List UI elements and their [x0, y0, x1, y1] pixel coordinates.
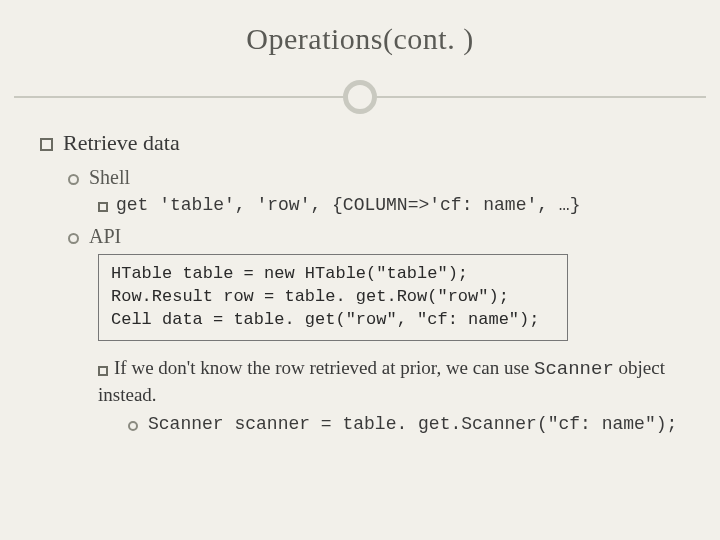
slide: Operations(cont. ) Retrieve data Shell g…: [0, 0, 720, 540]
circle-bullet-icon: [68, 174, 79, 185]
scanner-prefix: Scanner: [148, 414, 224, 434]
small-square-bullet-icon: [98, 202, 108, 212]
shell-label: Shell: [89, 166, 130, 189]
ring-icon: [343, 80, 377, 114]
scanner-note: If we don't know the row retrieved at pr…: [98, 355, 680, 408]
section-heading-text: Retrieve data: [63, 130, 180, 156]
slide-title: Operations(cont. ): [0, 22, 720, 56]
content-area: Retrieve data Shell get 'table', 'row', …: [0, 118, 720, 434]
small-circle-bullet-icon: [128, 421, 138, 431]
scanner-line: Scanner scanner = table. get.Scanner("cf…: [128, 414, 680, 434]
shell-cmd-prefix: get: [116, 195, 148, 215]
scanner-rest: scanner = table. get.Scanner("cf: name")…: [224, 414, 678, 434]
shell-cmd-rest: 'table', 'row', {COLUMN=>'cf: name', …}: [148, 195, 580, 215]
circle-bullet-icon: [68, 233, 79, 244]
title-area: Operations(cont. ): [0, 0, 720, 118]
section-heading: Retrieve data: [40, 130, 680, 156]
note-code: Scanner: [534, 358, 614, 380]
api-label: API: [89, 225, 121, 248]
shell-command-text: get 'table', 'row', {COLUMN=>'cf: name',…: [116, 195, 580, 215]
small-square-bullet-icon: [98, 366, 108, 376]
shell-item: Shell: [68, 166, 680, 189]
shell-command: get 'table', 'row', {COLUMN=>'cf: name',…: [98, 195, 680, 215]
api-code-block: HTable table = new HTable("table"); Row.…: [98, 254, 568, 341]
api-item: API: [68, 225, 680, 248]
title-divider: [0, 78, 720, 118]
note-before: If we don't know the row retrieved at pr…: [114, 357, 534, 378]
scanner-code: Scanner scanner = table. get.Scanner("cf…: [148, 414, 677, 434]
square-bullet-icon: [40, 138, 53, 151]
